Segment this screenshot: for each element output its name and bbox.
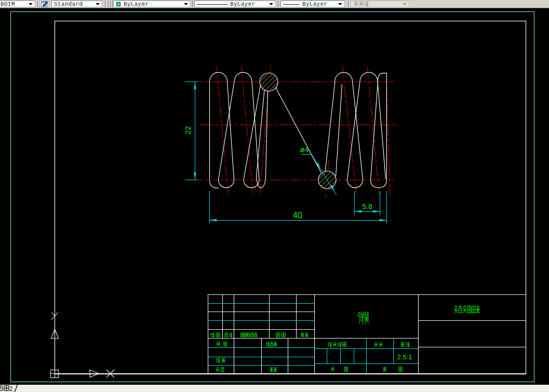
svg-text:40: 40 (293, 211, 302, 220)
svg-text:2.5:1: 2.5:1 (397, 353, 412, 361)
svg-text:5.8: 5.8 (362, 202, 372, 211)
svg-text:2: 2 (9, 385, 13, 392)
svg-text:22: 22 (184, 126, 192, 134)
svg-text:ø4: ø4 (300, 145, 309, 154)
